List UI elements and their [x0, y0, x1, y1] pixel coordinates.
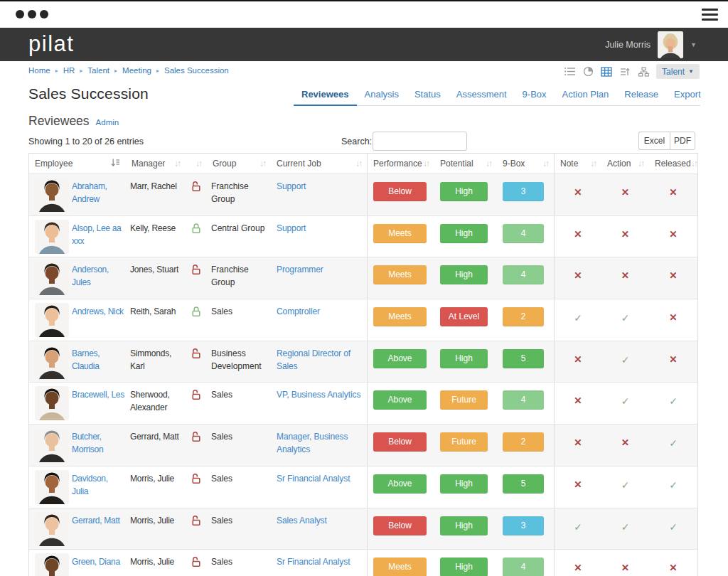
tab-export[interactable]: Export — [666, 85, 709, 106]
breadcrumb-item[interactable]: Sales Succession — [164, 66, 229, 75]
performance-badge[interactable]: Above — [373, 474, 427, 494]
current-job-link[interactable]: VP, Business Analytics — [277, 390, 360, 400]
tab-9-box[interactable]: 9-Box — [515, 85, 555, 106]
current-job-link[interactable]: Support — [277, 181, 306, 191]
search-input[interactable] — [373, 132, 467, 151]
pie-chart-icon[interactable] — [582, 66, 594, 78]
column-header-emp[interactable]: Employee — [29, 154, 126, 174]
potential-badge[interactable]: High — [440, 349, 488, 368]
tab-assessment[interactable]: Assessment — [449, 85, 515, 106]
tab-reviewees[interactable]: Reviewees — [294, 85, 357, 106]
performance-badge[interactable]: Below — [373, 432, 427, 452]
potential-badge[interactable]: High — [440, 516, 488, 535]
grid-view-icon[interactable] — [601, 66, 612, 78]
action-cell: ✓ — [601, 299, 649, 341]
current-job-link[interactable]: Sr Financial Analyst — [277, 474, 350, 484]
check-icon: ✓ — [621, 354, 630, 366]
current-job-link[interactable]: Support — [277, 223, 306, 233]
employee-name-link[interactable]: Bracewell, Les — [72, 388, 124, 424]
potential-badge[interactable]: High — [440, 474, 488, 494]
ninebox-badge[interactable]: 5 — [503, 349, 544, 368]
perf-cell: Below — [367, 425, 434, 466]
potential-badge[interactable]: High — [440, 182, 488, 201]
column-header-act[interactable]: Action↓↑ — [601, 154, 649, 174]
current-job-link[interactable]: Sr Financial Analyst — [277, 557, 350, 567]
employee-photo — [35, 220, 69, 254]
column-header-mgr[interactable]: Manager↓↑ — [126, 154, 186, 174]
performance-badge[interactable]: Below — [373, 182, 427, 201]
performance-badge[interactable]: Meets — [373, 224, 427, 243]
employee-name-link[interactable]: Butcher, Morrison — [72, 430, 124, 466]
employee-photo — [35, 512, 69, 546]
column-header-box[interactable]: 9-Box↓↑ — [497, 154, 554, 174]
potential-badge[interactable]: At Level — [440, 307, 488, 326]
breadcrumb-item[interactable]: HR — [63, 66, 75, 75]
sort-icon: ↓↑ — [355, 159, 361, 169]
ninebox-badge[interactable]: 3 — [503, 516, 544, 535]
column-header-rel[interactable]: Released↓↑ — [649, 154, 697, 174]
ninebox-badge[interactable]: 4 — [503, 390, 544, 410]
page-title: Sales Succession — [28, 85, 149, 102]
group-cell: Sales — [207, 508, 271, 550]
performance-badge[interactable]: Meets — [373, 265, 427, 284]
current-job-link[interactable]: Manager, Business Analytics — [277, 432, 348, 454]
employee-name-link[interactable]: Andrews, Nick — [72, 305, 124, 341]
employee-name-link[interactable]: Abraham, Andrew — [72, 180, 124, 215]
current-job-link[interactable]: Comptroller — [277, 306, 320, 316]
user-menu[interactable]: Julie Morris ▼ — [605, 28, 697, 61]
list-view-icon[interactable] — [564, 66, 575, 78]
note-cell: ✕ — [554, 550, 601, 576]
column-header-job[interactable]: Current Job↓↑ — [271, 154, 367, 174]
tab-release[interactable]: Release — [616, 85, 666, 106]
pdf-button[interactable]: PDF — [670, 132, 695, 150]
employee-photo — [35, 553, 69, 576]
performance-badge[interactable]: Above — [373, 390, 427, 410]
admin-link[interactable]: Admin — [96, 118, 119, 127]
potential-badge[interactable]: Future — [440, 390, 488, 410]
table-row: Gerrard, MattMorris, JulieSalesSales Ana… — [29, 508, 697, 550]
sort-icon: ↓↑ — [486, 159, 491, 169]
ninebox-badge[interactable]: 2 — [503, 432, 544, 452]
potential-badge[interactable]: High — [440, 265, 488, 284]
window-controls[interactable] — [16, 10, 48, 18]
hamburger-menu-icon[interactable] — [702, 9, 718, 21]
potential-badge[interactable]: High — [440, 558, 488, 576]
sort-columns-icon[interactable] — [619, 66, 631, 78]
potential-badge[interactable]: Future — [440, 432, 488, 452]
current-job-link[interactable]: Sales Analyst — [277, 516, 327, 526]
column-header-grp[interactable]: Group↓↑ — [207, 154, 271, 174]
tab-status[interactable]: Status — [407, 85, 449, 106]
ninebox-badge[interactable]: 4 — [503, 224, 544, 243]
breadcrumb-item[interactable]: Talent — [87, 66, 109, 75]
ninebox-badge[interactable]: 2 — [503, 307, 544, 326]
performance-badge[interactable]: Above — [373, 349, 427, 368]
employee-name-link[interactable]: Davidson, Julia — [72, 472, 124, 508]
current-job-link[interactable]: Programmer — [277, 265, 323, 274]
column-header-perf[interactable]: Performance↓↑ — [367, 154, 434, 174]
ninebox-badge[interactable]: 3 — [503, 182, 544, 201]
talent-dropdown[interactable]: Talent▼ — [656, 64, 700, 79]
ninebox-badge[interactable]: 4 — [503, 265, 544, 284]
performance-badge[interactable]: Below — [373, 516, 427, 535]
breadcrumb-item[interactable]: Home — [28, 66, 50, 75]
column-header-note[interactable]: Note↓↑ — [554, 154, 601, 174]
employee-name-link[interactable]: Alsop, Lee aa xxx — [72, 222, 124, 257]
potential-badge[interactable]: High — [440, 224, 488, 243]
breadcrumb-item[interactable]: Meeting — [122, 66, 151, 75]
ninebox-badge[interactable]: 5 — [503, 474, 544, 494]
org-chart-icon[interactable] — [638, 66, 649, 78]
ninebox-badge[interactable]: 4 — [503, 558, 544, 576]
excel-button[interactable]: Excel — [638, 132, 670, 150]
employee-name-link[interactable]: Gerrard, Matt — [72, 514, 119, 550]
employee-name-link[interactable]: Green, Diana — [72, 555, 120, 576]
performance-badge[interactable]: Meets — [373, 558, 427, 576]
performance-badge[interactable]: Meets — [373, 307, 427, 326]
tab-action-plan[interactable]: Action Plan — [555, 85, 617, 106]
current-job-link[interactable]: Regional Director of Sales — [277, 348, 350, 371]
tab-analysis[interactable]: Analysis — [357, 85, 407, 106]
column-header-lock[interactable]: ↓↑ — [186, 154, 207, 174]
column-header-pot[interactable]: Potential↓↑ — [434, 154, 497, 174]
employee-name-link[interactable]: Barnes, Claudia — [72, 347, 124, 383]
employee-name-link[interactable]: Anderson, Jules — [72, 263, 124, 299]
pot-cell: High — [434, 341, 497, 383]
